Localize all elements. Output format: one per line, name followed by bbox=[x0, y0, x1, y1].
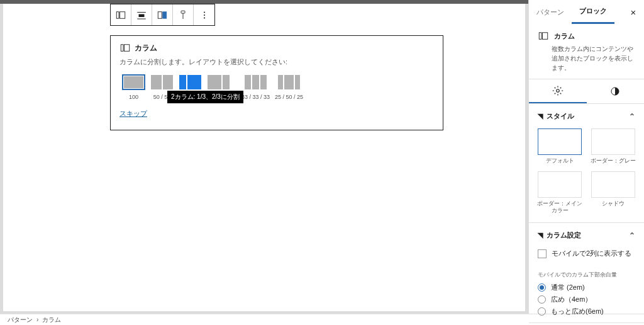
breadcrumb-leaf[interactable]: カラム bbox=[42, 316, 61, 324]
svg-rect-14 bbox=[539, 33, 541, 40]
columns-icon bbox=[119, 42, 131, 54]
breadcrumb-root[interactable]: パターン bbox=[8, 316, 33, 324]
align-button[interactable] bbox=[131, 4, 152, 25]
svg-rect-15 bbox=[543, 33, 548, 40]
spacing-label: モバイルでのカラム下部余白量 bbox=[529, 265, 644, 282]
side-block-title: カラム bbox=[554, 31, 575, 41]
block-description: カラムに分割します。レイアウトを選択してください: bbox=[119, 57, 434, 67]
side-block-desc: 複数カラム内にコンテンツや追加されたブロックを表示します。 bbox=[552, 44, 635, 72]
svg-rect-5 bbox=[158, 11, 162, 18]
variation-button[interactable] bbox=[152, 4, 173, 25]
style-border-gray[interactable]: ボーダー：グレー bbox=[590, 128, 637, 165]
layout-30-70[interactable]: 30 / 70 2カラム: 1/3、2/3に分割 bbox=[179, 74, 202, 100]
skip-link[interactable]: スキップ bbox=[119, 109, 147, 118]
layout-33-33-33[interactable]: 33 / 33 / 33 bbox=[242, 74, 270, 100]
style-default[interactable]: デフォルト bbox=[536, 128, 584, 165]
panel-column-toggle[interactable]: ◥ カラム設定 ⌃ bbox=[529, 223, 644, 248]
block-title: カラム bbox=[135, 43, 157, 54]
tab-block[interactable]: ブロック bbox=[572, 0, 614, 24]
tab-pattern[interactable]: パターン bbox=[529, 0, 572, 24]
chevron-up-icon: ⌃ bbox=[629, 112, 635, 121]
block-toolbar bbox=[110, 4, 215, 26]
mobile-2col-checkbox[interactable] bbox=[538, 249, 547, 258]
radio-wider[interactable] bbox=[538, 307, 546, 316]
svg-rect-3 bbox=[139, 14, 145, 17]
more-options-button[interactable] bbox=[194, 4, 214, 25]
chevron-up-icon: ⌃ bbox=[629, 231, 635, 240]
style-shadow[interactable]: シャドウ bbox=[590, 171, 637, 215]
layout-25-50-25[interactable]: 25 / 50 / 25 bbox=[275, 74, 303, 100]
styles-button[interactable] bbox=[173, 4, 194, 25]
svg-point-16 bbox=[557, 89, 560, 93]
svg-rect-7 bbox=[181, 11, 185, 13]
radio-normal[interactable] bbox=[538, 283, 546, 292]
close-sidebar-button[interactable]: × bbox=[623, 7, 644, 18]
editor-canvas-area: カラム カラムに分割します。レイアウトを選択してください: 100 50 / 5… bbox=[0, 0, 528, 314]
settings-sidebar: パターン ブロック × カラム 複数カラム内にコンテンツや追加されたブロックを表… bbox=[528, 0, 644, 314]
radio-wide[interactable] bbox=[538, 295, 546, 304]
layout-picker: 100 50 / 50 30 / 70 2カラム: 1/3、2/3に分割 70 … bbox=[122, 74, 434, 100]
svg-rect-6 bbox=[163, 11, 167, 18]
svg-rect-13 bbox=[125, 45, 130, 52]
pin-icon: ◥ bbox=[538, 112, 543, 120]
columns-placeholder: カラム カラムに分割します。レイアウトを選択してください: 100 50 / 5… bbox=[110, 35, 443, 130]
subtab-styles[interactable] bbox=[587, 79, 645, 103]
svg-point-10 bbox=[203, 14, 204, 15]
layout-100[interactable]: 100 bbox=[122, 74, 145, 100]
block-type-button[interactable] bbox=[111, 4, 131, 25]
layout-tooltip: 2カラム: 1/3、2/3に分割 bbox=[167, 91, 243, 103]
svg-point-11 bbox=[203, 17, 204, 18]
svg-rect-0 bbox=[116, 11, 119, 18]
style-border-main[interactable]: ボーダー：メインカラー bbox=[536, 171, 584, 215]
columns-icon bbox=[538, 30, 549, 42]
svg-rect-1 bbox=[120, 11, 125, 18]
mobile-2col-label: モバイルで2列に表示する bbox=[552, 249, 631, 258]
gear-icon bbox=[552, 85, 564, 96]
editor-canvas[interactable]: カラム カラムに分割します。レイアウトを選択してください: 100 50 / 5… bbox=[3, 4, 525, 311]
pin-icon: ◥ bbox=[538, 231, 543, 239]
breadcrumb-sep: › bbox=[36, 316, 38, 323]
subtab-settings[interactable] bbox=[529, 79, 587, 103]
contrast-icon bbox=[610, 86, 620, 96]
svg-rect-12 bbox=[121, 45, 123, 52]
svg-point-9 bbox=[203, 11, 204, 13]
panel-style-toggle[interactable]: ◥ スタイル ⌃ bbox=[529, 104, 644, 128]
